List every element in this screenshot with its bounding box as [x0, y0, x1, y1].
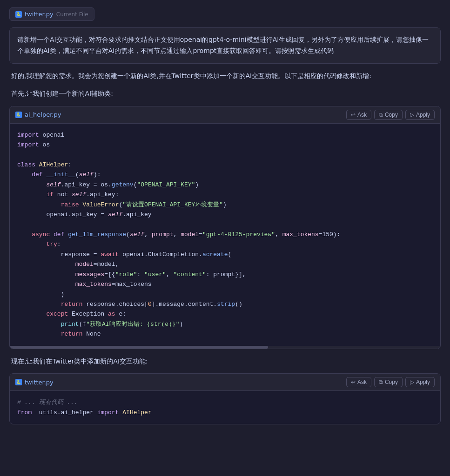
- scrollbar-thumb-1: [10, 346, 268, 349]
- code-content-2: # ... 现有代码 ... from utils.ai_helper impo…: [10, 391, 440, 424]
- code-block-twitter: 🐍 twitter.py ↩ Ask ⧉ Copy ▷ Apply # ... …: [9, 373, 441, 424]
- code-block-ai-helper: 🐍 ai_helper.py ↩ Ask ⧉ Copy ▷ Apply impo…: [9, 106, 441, 349]
- code-block-header-2: 🐍 twitter.py ↩ Ask ⧉ Copy ▷ Apply: [10, 374, 440, 391]
- scrollbar-track-1: [10, 346, 440, 349]
- copy-icon-2: ⧉: [379, 379, 383, 385]
- ask-button-1[interactable]: ↩ Ask: [346, 110, 371, 120]
- copy-button-1[interactable]: ⧉ Copy: [374, 110, 403, 120]
- section1-heading: 首先,让我们创建一个新的AI辅助类:: [9, 88, 441, 99]
- python-icon: 🐍: [15, 11, 22, 18]
- code-actions-1: ↩ Ask ⧉ Copy ▷ Apply: [346, 110, 435, 120]
- copy-icon-1: ⧉: [379, 112, 383, 118]
- python-icon-2: 🐍: [15, 379, 22, 385]
- apply-icon-2: ▷: [410, 379, 414, 385]
- file-name: twitter.py: [25, 11, 54, 18]
- ask-icon-1: ↩: [351, 112, 356, 118]
- user-prompt-text: 请新增一个AI交互功能，对符合要求的推文结合正文使用openai的gpt4-o-…: [17, 36, 429, 54]
- apply-button-1[interactable]: ▷ Apply: [405, 110, 435, 120]
- assistant-intro: 好的,我理解您的需求。我会为您创建一个新的AI类,并在Twitter类中添加一个…: [9, 70, 441, 82]
- code-actions-2: ↩ Ask ⧉ Copy ▷ Apply: [346, 377, 435, 387]
- file-badge: 🐍 twitter.py Current File: [9, 7, 94, 21]
- apply-button-2[interactable]: ▷ Apply: [405, 377, 435, 387]
- ask-icon-2: ↩: [351, 379, 356, 385]
- code-content-1: import openai import os class AIHelper: …: [10, 124, 440, 346]
- code-filename-1: 🐍 ai_helper.py: [15, 111, 61, 118]
- code-block-header-1: 🐍 ai_helper.py ↩ Ask ⧉ Copy ▷ Apply: [10, 106, 440, 124]
- apply-icon-1: ▷: [410, 112, 414, 118]
- python-icon-1: 🐍: [15, 112, 22, 118]
- current-file-label: Current File: [56, 11, 88, 18]
- user-prompt: 请新增一个AI交互功能，对符合要求的推文结合正文使用openai的gpt4-o-…: [9, 27, 441, 64]
- copy-button-2[interactable]: ⧉ Copy: [374, 377, 403, 387]
- ask-button-2[interactable]: ↩ Ask: [346, 377, 371, 387]
- code-filename-2: 🐍 twitter.py: [15, 379, 54, 386]
- section2-heading: 现在,让我们在Twitter类中添加新的AI交互功能:: [9, 356, 441, 367]
